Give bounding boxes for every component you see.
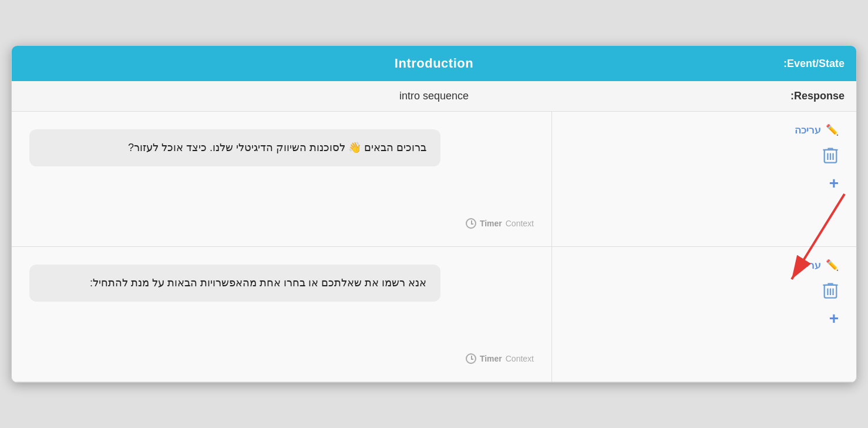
- context-label-1: Context: [506, 219, 534, 228]
- edit-icon-1: ✏️: [826, 123, 839, 136]
- row-2-footer: Timer Context: [29, 353, 534, 370]
- edit-label-2: עריכה: [795, 259, 821, 272]
- timer-icon-1: [466, 218, 476, 229]
- row-2-actions: עריכה ✏️ +: [552, 247, 856, 382]
- delete-button-1[interactable]: [822, 146, 839, 165]
- edit-action-1[interactable]: עריכה ✏️: [795, 123, 839, 136]
- timer-label-2: Timer: [480, 354, 502, 363]
- main-window: Introduction :Event/State intro sequence…: [11, 45, 857, 383]
- message-bubble-1: ברוכים הבאים 👋 לסוכנות השיווק הדיגיטלי ש…: [29, 129, 440, 166]
- header-title: Introduction: [395, 56, 473, 71]
- delete-button-2[interactable]: [822, 281, 839, 300]
- event-state-label: :Event/State: [783, 58, 845, 70]
- timer-icon-2: [466, 353, 476, 364]
- subheader: intro sequence :Response: [12, 81, 856, 112]
- response-label: :Response: [790, 90, 845, 102]
- row-2-left: אנא רשמו את שאלתכם או בחרו אחת מהאפשרויו…: [12, 247, 552, 382]
- add-button-1[interactable]: +: [829, 174, 839, 193]
- message-row-2: אנא רשמו את שאלתכם או בחרו אחת מהאפשרויו…: [12, 247, 856, 382]
- message-bubble-2: אנא רשמו את שאלתכם או בחרו אחת מהאפשרויו…: [29, 265, 440, 302]
- message-row-1: ברוכים הבאים 👋 לסוכנות השיווק הדיגיטלי ש…: [12, 112, 856, 247]
- edit-action-2[interactable]: עריכה ✏️: [795, 259, 839, 272]
- header: Introduction :Event/State: [12, 46, 856, 81]
- timer-label-1: Timer: [480, 219, 502, 228]
- row-1-footer: Timer Context: [29, 218, 534, 235]
- subheader-title: intro sequence: [399, 90, 469, 102]
- row-1-left: ברוכים הבאים 👋 לסוכנות השיווק הדיגיטלי ש…: [12, 112, 552, 246]
- context-label-2: Context: [506, 354, 534, 363]
- content-area: ברוכים הבאים 👋 לסוכנות השיווק הדיגיטלי ש…: [12, 112, 856, 382]
- add-button-2[interactable]: +: [829, 309, 839, 328]
- edit-label-1: עריכה: [795, 124, 821, 136]
- row-1-actions: עריכה ✏️ +: [552, 112, 856, 246]
- edit-icon-2: ✏️: [826, 259, 839, 272]
